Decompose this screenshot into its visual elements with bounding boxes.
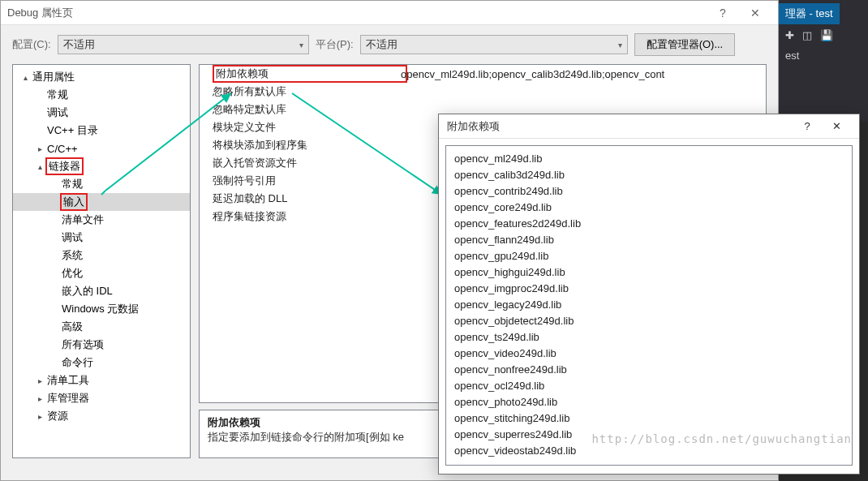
dependency-line[interactable]: opencv_objdetect249d.lib <box>454 313 844 329</box>
tree-item-label: 优化 <box>60 266 84 281</box>
tree-item[interactable]: ▸资源 <box>13 407 190 425</box>
dependency-line[interactable]: opencv_ts249d.lib <box>454 329 844 346</box>
dependency-line[interactable]: opencv_features2d249d.lib <box>454 216 844 232</box>
tree-item-label: 所有选项 <box>60 337 105 352</box>
tree-item-label: 清单文件 <box>60 213 105 227</box>
grid-key: 附加依赖项 <box>213 65 407 83</box>
popup-titlebar: 附加依赖项 ? ✕ <box>439 114 859 139</box>
dependency-line[interactable]: opencv_videostab249d.lib <box>454 443 844 459</box>
tree-item[interactable]: 优化 <box>13 264 190 282</box>
dependency-line[interactable]: opencv_photo249d.lib <box>454 394 844 410</box>
dependency-line[interactable]: opencv_video249d.lib <box>454 346 844 362</box>
expand-icon[interactable]: ▴ <box>34 162 45 171</box>
dependency-line[interactable]: opencv_legacy249d.lib <box>454 297 844 313</box>
tree-item-label: 调试 <box>45 105 70 120</box>
grid-key: 强制符号引用 <box>200 174 394 188</box>
popup-close-button[interactable]: ✕ <box>822 114 851 139</box>
platform-label: 平台(P): <box>316 37 354 52</box>
tree-item[interactable]: Windows 元数据 <box>13 300 190 318</box>
ide-toolbar: ✚ ◫ 💾 <box>779 24 868 46</box>
tree-item[interactable]: VC++ 目录 <box>13 122 190 140</box>
dependency-line[interactable]: opencv_ocl249d.lib <box>454 378 844 394</box>
dialog-title: Debug 属性页 <box>7 6 707 20</box>
popup-textarea[interactable]: opencv_ml249d.libopencv_calib3d249d.libo… <box>445 145 853 466</box>
tree-item-label: 常规 <box>45 88 70 102</box>
tree-item[interactable]: ▸清单工具 <box>13 371 190 389</box>
tree-item[interactable]: 清单文件 <box>13 211 190 229</box>
dependency-line[interactable]: opencv_imgproc249d.lib <box>454 281 844 297</box>
tree-item-label: 清单工具 <box>45 373 91 388</box>
tree-item[interactable]: 所有选项 <box>13 336 190 354</box>
tree-item-label: 嵌入的 IDL <box>60 284 114 298</box>
dependency-line[interactable]: opencv_contrib249d.lib <box>454 183 844 200</box>
tree-item[interactable]: ▸库管理器 <box>13 389 190 407</box>
save-icon: 💾 <box>820 29 833 41</box>
popup-help-button[interactable]: ? <box>793 114 822 139</box>
grid-key: 嵌入托管资源文件 <box>200 156 394 170</box>
edit-popup: 附加依赖项 ? ✕ opencv_ml249d.libopencv_calib3… <box>438 114 860 475</box>
tree-item-label: 通用属性 <box>31 70 76 84</box>
grid-value[interactable]: opencv_ml249d.lib;opencv_calib3d249d.lib… <box>394 68 766 80</box>
popup-title: 附加依赖项 <box>447 119 793 134</box>
grid-key: 模块定义文件 <box>200 120 394 135</box>
dependency-line[interactable]: opencv_nonfree249d.lib <box>454 362 844 378</box>
expand-icon[interactable]: ▸ <box>34 144 45 153</box>
tree-item[interactable]: ▴通用属性 <box>13 68 190 86</box>
tree-item-label: 命令行 <box>60 355 95 370</box>
ide-tab: 理器 - test <box>779 3 840 24</box>
expand-icon[interactable]: ▸ <box>34 376 45 385</box>
background-ide: 理器 - test ✚ ◫ 💾 est <box>779 0 868 122</box>
tree-item[interactable]: ▴链接器 <box>13 157 190 175</box>
expand-icon[interactable]: ▸ <box>34 394 45 403</box>
tree-item-label: VC++ 目录 <box>45 123 100 138</box>
tree-item-label: Windows 元数据 <box>60 302 140 316</box>
tree-item[interactable]: 输入 <box>13 193 190 211</box>
grid-key: 将模块添加到程序集 <box>200 138 394 152</box>
dependency-line[interactable]: opencv_highgui249d.lib <box>454 264 844 281</box>
grid-row[interactable]: 忽略所有默认库 <box>200 83 766 101</box>
close-button[interactable]: ✕ <box>739 1 771 25</box>
expand-icon[interactable]: ▸ <box>34 412 45 421</box>
tree-item-label: C/C++ <box>45 143 79 155</box>
config-row: 配置(C): 不适用 平台(P): 不适用 配置管理器(O)... <box>1 25 778 64</box>
tree-item[interactable]: 嵌入的 IDL <box>13 282 190 300</box>
dependency-line[interactable]: opencv_gpu249d.lib <box>454 248 844 264</box>
grid-key: 延迟加载的 DLL <box>200 191 394 206</box>
grid-key: 忽略所有默认库 <box>200 84 394 99</box>
tree-item-label: 系统 <box>60 248 84 263</box>
grid-row[interactable]: 附加依赖项opencv_ml249d.lib;opencv_calib3d249… <box>200 65 766 83</box>
platform-select[interactable]: 不适用 <box>360 35 628 54</box>
tree-item[interactable]: 调试 <box>13 229 190 247</box>
tree-item-label: 调试 <box>60 230 84 245</box>
tree-item[interactable]: ▸C/C++ <box>13 140 190 157</box>
tree-item[interactable]: 常规 <box>13 86 190 104</box>
tree-item-label: 高级 <box>60 320 84 334</box>
config-label: 配置(C): <box>12 37 51 52</box>
watermark: http://blog.csdn.net/guwuchangtian <box>591 432 852 445</box>
tree-item[interactable]: 调试 <box>13 104 190 122</box>
dependency-line[interactable]: opencv_core249d.lib <box>454 200 844 216</box>
config-select[interactable]: 不适用 <box>58 35 309 54</box>
tree-item[interactable]: 命令行 <box>13 354 190 371</box>
tree-item-label: 库管理器 <box>45 391 91 406</box>
tree-item-label: 链接器 <box>45 157 84 175</box>
help-button[interactable]: ? <box>707 1 739 25</box>
new-icon: ◫ <box>802 29 812 41</box>
expand-icon[interactable]: ▴ <box>19 73 31 82</box>
dependency-line[interactable]: opencv_calib3d249d.lib <box>454 167 844 183</box>
tree-item[interactable]: 常规 <box>13 175 190 193</box>
grid-key: 忽略特定默认库 <box>200 102 394 117</box>
add-icon: ✚ <box>785 29 794 41</box>
dependency-line[interactable]: opencv_flann249d.lib <box>454 232 844 248</box>
ide-text: est <box>779 46 868 65</box>
tree-item[interactable]: 高级 <box>13 318 190 336</box>
tree-item-label: 资源 <box>45 409 70 423</box>
tree-item-label: 常规 <box>60 177 84 191</box>
titlebar: Debug 属性页 ? ✕ <box>1 1 778 25</box>
dependency-line[interactable]: opencv_ml249d.lib <box>454 151 844 167</box>
tree-panel[interactable]: ▴通用属性常规调试VC++ 目录▸C/C++▴链接器常规输入清单文件调试系统优化… <box>12 64 191 458</box>
tree-item[interactable]: 系统 <box>13 247 190 264</box>
tree-item-label: 输入 <box>60 193 88 211</box>
config-manager-button[interactable]: 配置管理器(O)... <box>634 33 736 56</box>
dependency-line[interactable]: opencv_stitching249d.lib <box>454 410 844 427</box>
